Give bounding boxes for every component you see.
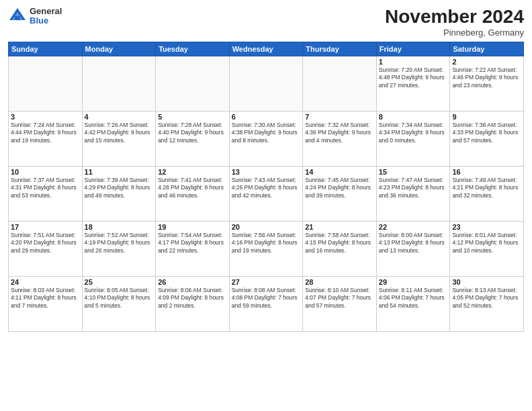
- day-info: Sunrise: 7:22 AM Sunset: 4:46 PM Dayligh…: [452, 66, 521, 89]
- day-info: Sunrise: 7:51 AM Sunset: 4:20 PM Dayligh…: [11, 232, 80, 255]
- day-number: 14: [305, 168, 374, 176]
- logo-blue: Blue: [30, 16, 62, 26]
- calendar-header-row: Sunday Monday Tuesday Wednesday Thursday…: [9, 42, 524, 56]
- table-row: [229, 56, 303, 111]
- day-number: 8: [379, 113, 448, 121]
- table-row: 12Sunrise: 7:41 AM Sunset: 4:28 PM Dayli…: [156, 166, 230, 221]
- day-number: 24: [11, 278, 80, 286]
- table-row: 25Sunrise: 8:05 AM Sunset: 4:10 PM Dayli…: [82, 276, 156, 331]
- day-number: 2: [452, 58, 521, 66]
- day-info: Sunrise: 7:54 AM Sunset: 4:17 PM Dayligh…: [158, 232, 227, 255]
- day-info: Sunrise: 7:24 AM Sunset: 4:44 PM Dayligh…: [11, 122, 80, 144]
- table-row: 10Sunrise: 7:37 AM Sunset: 4:31 PM Dayli…: [9, 166, 83, 221]
- day-number: 22: [379, 223, 448, 231]
- day-info: Sunrise: 7:41 AM Sunset: 4:28 PM Dayligh…: [158, 177, 227, 199]
- table-row: 30Sunrise: 8:13 AM Sunset: 4:05 PM Dayli…: [450, 276, 524, 331]
- day-number: 3: [11, 113, 80, 121]
- logo-text: General Blue: [30, 7, 62, 26]
- col-wednesday: Wednesday: [229, 42, 303, 56]
- day-info: Sunrise: 8:10 AM Sunset: 4:07 PM Dayligh…: [305, 287, 374, 310]
- title-block: November 2024 Pinneberg, Germany: [385, 7, 524, 38]
- day-info: Sunrise: 8:11 AM Sunset: 4:06 PM Dayligh…: [379, 287, 448, 310]
- col-friday: Friday: [376, 42, 450, 56]
- day-number: 20: [232, 223, 301, 231]
- col-tuesday: Tuesday: [156, 42, 230, 56]
- day-number: 13: [232, 168, 301, 176]
- day-number: 9: [452, 113, 521, 121]
- table-row: 6Sunrise: 7:30 AM Sunset: 4:38 PM Daylig…: [229, 111, 303, 166]
- day-info: Sunrise: 7:39 AM Sunset: 4:29 PM Dayligh…: [85, 177, 154, 199]
- day-info: Sunrise: 8:13 AM Sunset: 4:05 PM Dayligh…: [452, 287, 521, 310]
- table-row: [156, 56, 230, 111]
- day-number: 25: [85, 278, 154, 286]
- day-number: 30: [452, 278, 521, 286]
- day-number: 11: [85, 168, 154, 176]
- col-thursday: Thursday: [303, 42, 377, 56]
- col-saturday: Saturday: [450, 42, 524, 56]
- table-row: 28Sunrise: 8:10 AM Sunset: 4:07 PM Dayli…: [303, 276, 377, 331]
- day-number: 1: [379, 58, 448, 66]
- table-row: 15Sunrise: 7:47 AM Sunset: 4:23 PM Dayli…: [376, 166, 450, 221]
- logo: General Blue: [8, 7, 62, 26]
- day-info: Sunrise: 7:56 AM Sunset: 4:16 PM Dayligh…: [232, 232, 301, 255]
- table-row: 5Sunrise: 7:28 AM Sunset: 4:40 PM Daylig…: [156, 111, 230, 166]
- day-info: Sunrise: 7:37 AM Sunset: 4:31 PM Dayligh…: [11, 177, 80, 199]
- logo-icon: [8, 7, 27, 26]
- table-row: 2Sunrise: 7:22 AM Sunset: 4:46 PM Daylig…: [450, 56, 524, 111]
- day-number: 28: [305, 278, 374, 286]
- table-row: 24Sunrise: 8:03 AM Sunset: 4:11 PM Dayli…: [9, 276, 83, 331]
- day-info: Sunrise: 8:05 AM Sunset: 4:10 PM Dayligh…: [85, 287, 154, 310]
- day-number: 23: [452, 223, 521, 231]
- month-title: November 2024: [385, 7, 524, 28]
- day-info: Sunrise: 8:08 AM Sunset: 4:08 PM Dayligh…: [232, 287, 301, 310]
- table-row: [9, 56, 83, 111]
- page-container: General Blue November 2024 Pinneberg, Ge…: [0, 0, 532, 411]
- table-row: 11Sunrise: 7:39 AM Sunset: 4:29 PM Dayli…: [82, 166, 156, 221]
- table-row: 14Sunrise: 7:45 AM Sunset: 4:24 PM Dayli…: [303, 166, 377, 221]
- calendar-table: Sunday Monday Tuesday Wednesday Thursday…: [8, 42, 524, 332]
- day-info: Sunrise: 7:49 AM Sunset: 4:21 PM Dayligh…: [452, 177, 521, 199]
- day-number: 29: [379, 278, 448, 286]
- table-row: [82, 56, 156, 111]
- day-number: 27: [232, 278, 301, 286]
- day-info: Sunrise: 7:34 AM Sunset: 4:34 PM Dayligh…: [379, 122, 448, 144]
- day-info: Sunrise: 7:30 AM Sunset: 4:38 PM Dayligh…: [232, 122, 301, 144]
- day-number: 18: [85, 223, 154, 231]
- table-row: 13Sunrise: 7:43 AM Sunset: 4:26 PM Dayli…: [229, 166, 303, 221]
- table-row: 8Sunrise: 7:34 AM Sunset: 4:34 PM Daylig…: [376, 111, 450, 166]
- day-info: Sunrise: 8:03 AM Sunset: 4:11 PM Dayligh…: [11, 287, 80, 310]
- day-number: 16: [452, 168, 521, 176]
- table-row: 21Sunrise: 7:58 AM Sunset: 4:15 PM Dayli…: [303, 221, 377, 276]
- day-info: Sunrise: 8:01 AM Sunset: 4:12 PM Dayligh…: [452, 232, 521, 255]
- day-info: Sunrise: 7:52 AM Sunset: 4:19 PM Dayligh…: [85, 232, 154, 255]
- table-row: 26Sunrise: 8:06 AM Sunset: 4:09 PM Dayli…: [156, 276, 230, 331]
- logo-general: General: [30, 7, 62, 16]
- table-row: 3Sunrise: 7:24 AM Sunset: 4:44 PM Daylig…: [9, 111, 83, 166]
- table-row: 7Sunrise: 7:32 AM Sunset: 4:36 PM Daylig…: [303, 111, 377, 166]
- day-info: Sunrise: 7:28 AM Sunset: 4:40 PM Dayligh…: [158, 122, 227, 144]
- table-row: 27Sunrise: 8:08 AM Sunset: 4:08 PM Dayli…: [229, 276, 303, 331]
- table-row: 19Sunrise: 7:54 AM Sunset: 4:17 PM Dayli…: [156, 221, 230, 276]
- day-info: Sunrise: 8:00 AM Sunset: 4:13 PM Dayligh…: [379, 232, 448, 255]
- day-info: Sunrise: 7:36 AM Sunset: 4:33 PM Dayligh…: [452, 122, 521, 144]
- location-subtitle: Pinneberg, Germany: [385, 28, 524, 38]
- table-row: 22Sunrise: 8:00 AM Sunset: 4:13 PM Dayli…: [376, 221, 450, 276]
- day-info: Sunrise: 7:20 AM Sunset: 4:48 PM Dayligh…: [379, 66, 448, 89]
- day-info: Sunrise: 8:06 AM Sunset: 4:09 PM Dayligh…: [158, 287, 227, 310]
- day-number: 7: [305, 113, 374, 121]
- day-number: 21: [305, 223, 374, 231]
- day-number: 5: [158, 113, 227, 121]
- table-row: [303, 56, 377, 111]
- table-row: 17Sunrise: 7:51 AM Sunset: 4:20 PM Dayli…: [9, 221, 83, 276]
- table-row: 20Sunrise: 7:56 AM Sunset: 4:16 PM Dayli…: [229, 221, 303, 276]
- table-row: 16Sunrise: 7:49 AM Sunset: 4:21 PM Dayli…: [450, 166, 524, 221]
- day-info: Sunrise: 7:43 AM Sunset: 4:26 PM Dayligh…: [232, 177, 301, 199]
- col-sunday: Sunday: [9, 42, 83, 56]
- day-number: 10: [11, 168, 80, 176]
- day-number: 26: [158, 278, 227, 286]
- page-header: General Blue November 2024 Pinneberg, Ge…: [8, 7, 524, 38]
- day-number: 17: [11, 223, 80, 231]
- day-info: Sunrise: 7:26 AM Sunset: 4:42 PM Dayligh…: [85, 122, 154, 144]
- day-number: 19: [158, 223, 227, 231]
- day-number: 15: [379, 168, 448, 176]
